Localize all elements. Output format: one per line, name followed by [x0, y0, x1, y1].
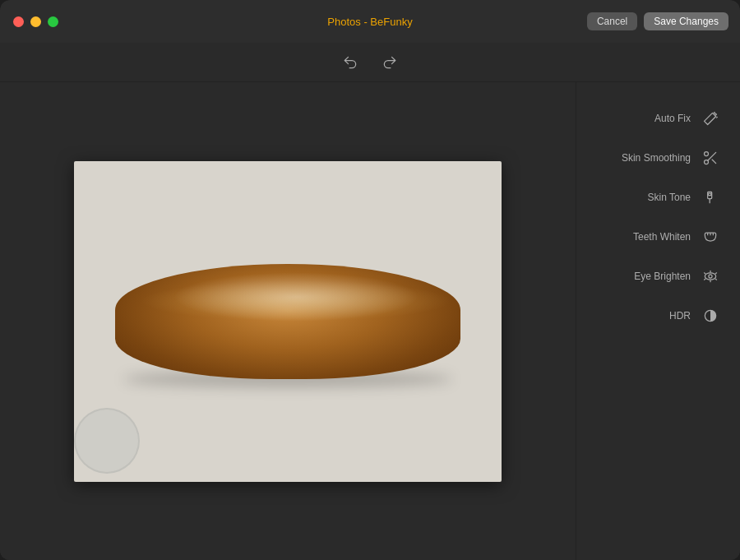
wand-icon	[701, 109, 720, 128]
cancel-button[interactable]: Cancel	[587, 12, 637, 30]
skin-smoothing-label: Skin Smoothing	[622, 152, 691, 164]
skin-tone-label: Skin Tone	[648, 192, 691, 203]
photo-frame	[74, 161, 502, 482]
traffic-lights	[13, 16, 58, 27]
right-panel: Auto Fix Skin Smoothing Sk	[576, 82, 740, 560]
contrast-icon	[701, 306, 720, 326]
teeth-whiten-item[interactable]: Teeth Whiten	[583, 219, 733, 255]
dropper-icon	[701, 187, 720, 207]
brand-name: BeFunky	[370, 16, 412, 28]
hdr-item[interactable]: HDR	[583, 298, 733, 334]
svg-point-0	[715, 113, 715, 114]
canvas-area	[0, 82, 576, 560]
skin-tone-item[interactable]: Skin Tone	[583, 179, 733, 215]
toolbar	[0, 43, 740, 82]
svg-point-8	[705, 273, 715, 280]
minimize-button[interactable]	[30, 16, 41, 27]
photo-container	[74, 161, 502, 482]
titlebar-actions: Cancel Save Changes	[587, 12, 728, 30]
bread-flour	[173, 272, 419, 322]
fullscreen-button[interactable]	[48, 16, 58, 27]
redo-icon	[382, 54, 398, 71]
auto-fix-label: Auto Fix	[654, 113, 691, 124]
hdr-label: HDR	[669, 310, 691, 322]
skin-smoothing-item[interactable]: Skin Smoothing	[583, 140, 733, 176]
svg-point-1	[705, 152, 709, 156]
svg-rect-4	[709, 193, 711, 196]
eye-brighten-item[interactable]: Eye Brighten	[583, 258, 733, 294]
undo-icon	[342, 54, 358, 71]
scissors-icon	[701, 148, 720, 168]
eye-brighten-label: Eye Brighten	[634, 271, 691, 282]
teeth-icon	[701, 227, 720, 247]
close-button[interactable]	[13, 16, 24, 27]
auto-fix-item[interactable]: Auto Fix	[583, 100, 733, 137]
svg-point-9	[709, 275, 712, 278]
save-changes-button[interactable]: Save Changes	[644, 12, 728, 30]
main-content: Auto Fix Skin Smoothing Sk	[0, 82, 740, 560]
titlebar: Photos - BeFunky Cancel Save Changes	[0, 0, 740, 43]
photo-background	[74, 161, 502, 482]
teeth-whiten-label: Teeth Whiten	[633, 231, 691, 243]
plate-hint	[74, 408, 140, 474]
app-title: Photos - BeFunky	[327, 16, 412, 28]
eye-icon	[701, 266, 720, 286]
undo-button[interactable]	[339, 51, 362, 74]
redo-button[interactable]	[378, 51, 401, 74]
bread-body	[115, 264, 460, 379]
title-text: Photos -	[327, 16, 370, 28]
bread-photo	[107, 252, 469, 391]
